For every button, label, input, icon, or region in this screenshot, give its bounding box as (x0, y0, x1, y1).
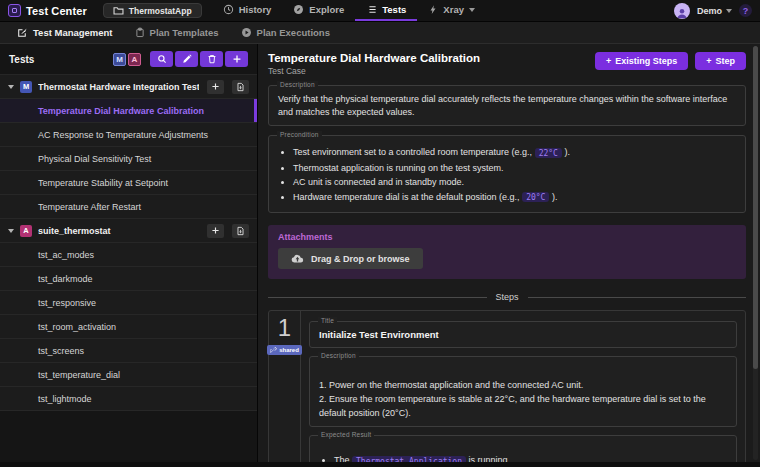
tree-item[interactable]: tst_lightmode (0, 387, 257, 411)
group-add-button[interactable] (207, 224, 224, 238)
test-case-panel: Temperature Dial Hardware Calibration Te… (258, 44, 760, 462)
play-circle-icon (241, 27, 252, 38)
steps-divider-label: Steps (496, 292, 519, 302)
explore-icon (293, 4, 304, 15)
inline-code-chip: Thermostat Application (352, 456, 466, 463)
avatar[interactable] (674, 3, 690, 19)
filter-manual-badge[interactable]: M (113, 53, 126, 66)
plus-icon (211, 226, 220, 235)
expected-result-item: The Thermostat Application is running (334, 453, 727, 462)
app-root: Test Center ThermostatApp History Explor… (0, 0, 760, 467)
tree-item[interactable]: Temperature After Restart (0, 195, 257, 219)
precondition-item: Hardware temperature dial is at the defa… (293, 190, 736, 206)
precondition-item: Thermostat application is running on the… (293, 161, 736, 176)
tree-item[interactable]: Physical Dial Sensitivity Test (0, 147, 257, 171)
chevron-down-icon (726, 9, 732, 13)
tree-item[interactable]: tst_screens (0, 339, 257, 363)
chevron-down-icon (8, 85, 14, 89)
tree-item[interactable]: Temperature Dial Hardware Calibration (0, 99, 257, 123)
app-title: Test Center (26, 5, 87, 17)
tab-plan-templates[interactable]: Plan Templates (124, 22, 230, 43)
trash-icon (207, 54, 217, 64)
nav-explore[interactable]: Explore (282, 0, 355, 21)
tree-group-row[interactable]: MThermostat Hardware Integration Tests (0, 75, 257, 99)
precondition-label: Precondition (277, 131, 322, 138)
search-button[interactable] (150, 51, 173, 67)
step-expected-result-field[interactable]: Expected ResultThe Thermostat Applicatio… (309, 435, 737, 462)
field-label: Description (318, 352, 359, 359)
edit-button[interactable] (175, 51, 198, 67)
drag-drop-browse-button[interactable]: Drag & Drop or browse (278, 248, 423, 269)
existing-steps-button[interactable]: + Existing Steps (595, 52, 688, 70)
tree-item[interactable]: Temperature Stability at Setpoint (0, 171, 257, 195)
document-add-icon (236, 82, 245, 92)
step-description-field[interactable]: Description 1. Power on the thermostat a… (309, 356, 737, 427)
content: Tests M A MThermostat Hardware Integrati… (0, 44, 760, 462)
attachments-panel: Attachments Drag & Drop or browse (268, 225, 746, 279)
nav-history[interactable]: History (212, 0, 283, 21)
steps-list: 1sharedTitleInitialize Test EnvironmentD… (268, 310, 746, 462)
expected-result-list: The Thermostat Application is runningThe… (319, 453, 727, 462)
step-card: 1sharedTitleInitialize Test EnvironmentD… (268, 310, 746, 462)
tests-list-icon (366, 4, 377, 15)
search-icon (157, 54, 167, 64)
chevron-down-icon (469, 8, 475, 12)
sidebar-header: Tests M A (0, 44, 257, 75)
inline-code-chip: 20°C (522, 192, 549, 202)
project-selector-button[interactable]: ThermostatApp (103, 3, 202, 18)
add-test-button[interactable] (225, 51, 248, 67)
precondition-field[interactable]: Precondition Test environment set to a c… (268, 135, 746, 213)
tree-item[interactable]: tst_darkmode (0, 267, 257, 291)
nav-xray[interactable]: Xray (417, 0, 486, 21)
plus-icon: + (706, 56, 711, 66)
clipboard-icon (135, 27, 145, 38)
topbar: Test Center ThermostatApp History Explor… (0, 0, 760, 22)
cloud-upload-icon (291, 253, 304, 264)
steps-divider: Steps (268, 292, 746, 302)
tree-group-label: Thermostat Hardware Integration Tests (38, 82, 199, 92)
add-step-button[interactable]: + Step (695, 52, 746, 70)
tab-plan-executions[interactable]: Plan Executions (230, 22, 341, 43)
step-title-field[interactable]: TitleInitialize Test Environment (309, 321, 737, 348)
field-label: Title (318, 317, 337, 324)
delete-button[interactable] (200, 51, 223, 67)
main-scrollbar[interactable] (753, 46, 758, 460)
tree-group-row[interactable]: Asuite_thermostat (0, 219, 257, 243)
test-type-badge: A (20, 225, 32, 237)
group-import-button[interactable] (232, 224, 249, 238)
description-field[interactable]: Description Verify that the physical tem… (268, 85, 746, 126)
attachments-label: Attachments (278, 232, 736, 242)
pencil-icon (182, 54, 192, 64)
document-add-icon (236, 226, 245, 236)
sidebar-toolbar (150, 51, 248, 67)
bolt-icon (428, 4, 438, 15)
tree-item[interactable]: tst_ac_modes (0, 243, 257, 267)
tree-item[interactable]: AC Response to Temperature Adjustments (0, 123, 257, 147)
topbar-right: Demo ? (674, 0, 752, 21)
tree-item[interactable]: tst_responsive (0, 291, 257, 315)
plus-icon: + (606, 56, 611, 66)
help-button[interactable]: ? (739, 4, 752, 17)
tree-item[interactable]: tst_temperature_dial (0, 363, 257, 387)
group-import-button[interactable] (232, 80, 249, 94)
tests-sidebar: Tests M A MThermostat Hardware Integrati… (0, 44, 258, 462)
page-title: Temperature Dial Hardware Calibration (268, 52, 480, 64)
tab-test-management[interactable]: Test Management (6, 22, 124, 43)
app-logo[interactable]: Test Center (8, 0, 87, 21)
description-label: Description (277, 81, 318, 88)
plus-icon (232, 54, 242, 64)
filter-automated-badge[interactable]: A (128, 53, 141, 66)
scrollbar-thumb[interactable] (753, 46, 758, 369)
field-text-line: 1. Power on the thermostat application a… (319, 378, 727, 392)
field-text-line: 2. Ensure the room temperature is stable… (319, 392, 727, 420)
page-subtitle: Test Case (268, 66, 480, 76)
group-add-button[interactable] (207, 80, 224, 94)
shared-badge: shared (267, 345, 302, 355)
user-menu[interactable]: Demo (697, 6, 732, 16)
precondition-item: AC unit is connected and in standby mode… (293, 175, 736, 190)
pencil-square-icon (17, 27, 28, 38)
nav-tests[interactable]: Tests (355, 0, 417, 21)
tests-tree: MThermostat Hardware Integration TestsTe… (0, 75, 257, 462)
test-center-logo-icon (8, 4, 21, 17)
tree-item[interactable]: tst_room_activation (0, 315, 257, 339)
